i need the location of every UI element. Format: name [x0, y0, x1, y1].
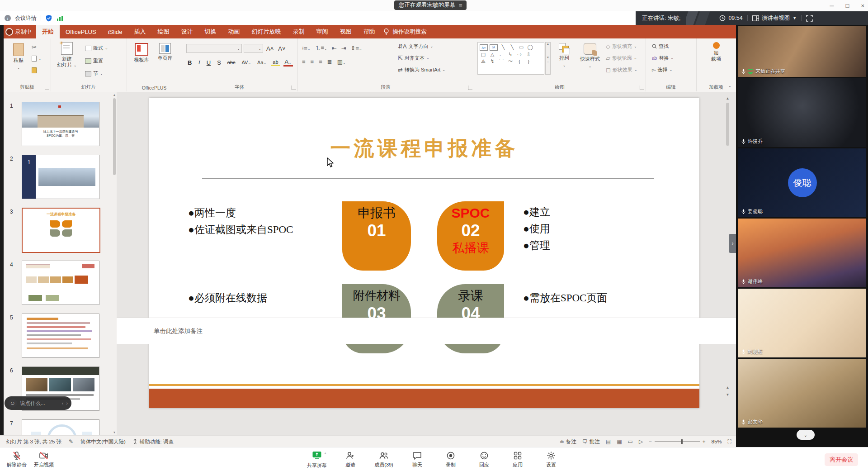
notes-toggle-button[interactable]: ≐备注	[560, 438, 576, 445]
participant-tile[interactable]: 俊聪 姜俊聪	[738, 148, 866, 217]
ribbon-tab[interactable]: 帮助	[357, 25, 381, 38]
ribbon-tab[interactable]: 设计	[175, 25, 198, 38]
caption-emoji-icon[interactable]: ☺	[8, 399, 17, 408]
new-slide-button[interactable]: ✳ 新建幻灯片 ⌄	[55, 42, 79, 68]
paste-button[interactable]: 粘贴⌄	[9, 43, 28, 71]
ribbon-tab[interactable]: 动画	[222, 25, 245, 38]
shrink-font-button[interactable]: A˅	[277, 45, 287, 52]
reading-view-button[interactable]: ▭	[628, 438, 633, 445]
scroll-up-arrow-icon[interactable]: ▲	[112, 93, 117, 96]
ribbon-tab[interactable]: iSlide	[102, 25, 128, 38]
clipboard-dialog-launcher[interactable]	[45, 86, 49, 90]
thumbnail-scrollbar[interactable]: ▲ ▼	[112, 92, 117, 435]
template-library-button[interactable]: 模板库	[131, 43, 152, 63]
shapes-gallery-scrollbar[interactable]: ▲ ▼ ⁼	[545, 42, 551, 75]
slideshow-button[interactable]: ▷	[639, 438, 643, 445]
record-button[interactable]: 录制	[437, 449, 464, 470]
apps-button[interactable]: 应用	[504, 449, 531, 470]
settings-button[interactable]: 设置	[538, 449, 565, 470]
ribbon-tab[interactable]: 审阅	[310, 25, 334, 38]
line-spacing-button[interactable]: ⇕≡⌄	[351, 45, 362, 52]
slide-sorter-view-button[interactable]: ▦	[617, 438, 622, 445]
share-options-caret-icon[interactable]: ˄	[324, 452, 326, 456]
reactions-button[interactable]: 回应	[471, 449, 498, 470]
participant-tile[interactable]: 谢伟峰	[738, 219, 866, 287]
invite-button[interactable]: 邀请	[337, 449, 364, 470]
chat-button[interactable]: 聊天	[404, 449, 431, 470]
slide[interactable]: 一流课程申报准备 ●两性一度●佐证截图或来自SPOC ●必须附在线数据 申报书 …	[149, 98, 699, 408]
font-color-button[interactable]: A⌄	[283, 58, 293, 67]
thumbnail-slide-4[interactable]	[22, 261, 99, 305]
zoom-slider[interactable]: − +	[649, 439, 705, 444]
spell-check-icon[interactable]: ✎	[69, 438, 73, 445]
close-button[interactable]: ×	[861, 2, 864, 9]
char-spacing-button[interactable]: AV⌄	[241, 60, 253, 65]
next-slide-button[interactable]: ▼	[725, 393, 731, 397]
start-video-button[interactable]: 开启视频	[30, 449, 58, 470]
caption-quick-chat[interactable]: ☺ 说点什么... ‹ ›	[5, 396, 71, 410]
columns-button[interactable]: ▥⌄	[337, 58, 346, 65]
grow-font-button[interactable]: A˄	[265, 45, 275, 52]
shapes-gallery[interactable]: A≡ ⫶A ╲╲▭◯ ▢△⌐ ↳⇨⇩ ⟁↯⌒ 〜{}	[477, 42, 544, 75]
align-left-button[interactable]: ≡	[302, 58, 306, 65]
thumbnail-slide-5[interactable]	[22, 314, 99, 358]
unmute-button[interactable]: 解除静音	[3, 449, 31, 470]
language-status[interactable]: 简体中文(中国大陆)	[80, 438, 126, 445]
ribbon-tab[interactable]: 开始	[36, 25, 60, 38]
network-signal-icon[interactable]	[57, 15, 63, 21]
participant-tile[interactable]: 彭文华	[738, 359, 866, 428]
format-painter-button[interactable]	[32, 67, 37, 73]
leave-meeting-button[interactable]: 离开会议	[825, 453, 858, 466]
increase-indent-button[interactable]: ⇥	[341, 45, 346, 52]
zoom-in-button[interactable]: +	[703, 439, 706, 444]
ribbon-tab[interactable]: OfficePLUS	[60, 25, 102, 38]
quick-styles-button[interactable]: 快速样式⌄	[577, 43, 603, 69]
layout-button[interactable]: 版式⌄	[85, 45, 108, 52]
scroll-up-arrow-icon[interactable]: ▲	[725, 96, 731, 100]
previous-slide-button[interactable]: ▲	[725, 385, 731, 390]
addins-button[interactable]: 加载项	[706, 42, 726, 62]
thumbnail-slide-3-selected[interactable]: 一流课程申报准备	[22, 208, 100, 253]
decrease-indent-button[interactable]: ⇤	[332, 45, 337, 52]
ribbon-tab[interactable]: 视图	[334, 25, 357, 38]
comments-toggle-button[interactable]: 🗨批注	[582, 438, 600, 445]
zoom-knob[interactable]	[681, 439, 683, 444]
caption-prev-icon[interactable]: ‹	[62, 400, 64, 406]
notes-pane[interactable]: 单击此处添加备注	[117, 318, 736, 344]
align-right-button[interactable]: ≡	[319, 58, 322, 65]
align-text-button[interactable]: ⇱对齐文本⌄	[398, 55, 429, 62]
thumbnail-slide-2[interactable]: 1	[22, 155, 99, 199]
thumbnail-slide-7[interactable]	[22, 419, 99, 435]
participant-tile[interactable]: 许漫乔	[738, 78, 866, 147]
thumbnail-slide-1[interactable]: 线上线下一流课程建设与 SPOC的建、用、管	[22, 102, 99, 146]
participant-tile[interactable]: 刘晓钰	[738, 289, 866, 357]
scroll-down-arrow-icon[interactable]: ▼	[112, 431, 117, 434]
maximize-button[interactable]: □	[846, 2, 849, 9]
ribbon-tab[interactable]: 录制	[287, 25, 310, 38]
numbering-button[interactable]: ⒈≡⌄	[315, 44, 327, 52]
banner-menu-icon[interactable]: ≡	[459, 2, 462, 9]
underline-button[interactable]: U	[205, 59, 212, 66]
caption-next-icon[interactable]: ›	[66, 400, 68, 406]
collapse-ribbon-button[interactable]: ⌃	[728, 86, 731, 90]
justify-button[interactable]: ≣	[327, 58, 332, 65]
convert-smartart-button[interactable]: ⇄转换为 SmartArt⌄	[398, 67, 445, 73]
participant-tile-songmin[interactable]: 宋敏正在共享	[738, 26, 866, 77]
arrange-button[interactable]: 排列⌄	[553, 43, 575, 68]
shape-fill-button[interactable]: ◇形状填充⌄	[606, 43, 637, 50]
find-button[interactable]: 查找	[652, 43, 669, 50]
scrollbar-thumb[interactable]	[113, 98, 116, 175]
cut-button[interactable]: ✂	[32, 44, 37, 51]
meeting-details-link[interactable]: 会议详情	[15, 14, 37, 22]
ribbon-tab[interactable]: 插入	[128, 25, 151, 38]
paragraph-dialog-launcher[interactable]	[468, 86, 472, 90]
share-screen-button[interactable]: ˄ 共享屏幕	[303, 449, 330, 470]
notes-placeholder[interactable]: 单击此处添加备注	[154, 327, 203, 335]
zoom-percentage[interactable]: 85%	[712, 439, 722, 444]
shadow-button[interactable]: S	[216, 59, 222, 66]
font-name-combo[interactable]: ⌄	[186, 44, 242, 53]
minimize-button[interactable]: ─	[830, 2, 834, 9]
change-case-button[interactable]: Aa⌄	[256, 60, 268, 65]
shape-effects-button[interactable]: ◻形状效果⌄	[606, 67, 637, 73]
drawing-dialog-launcher[interactable]	[640, 86, 644, 90]
